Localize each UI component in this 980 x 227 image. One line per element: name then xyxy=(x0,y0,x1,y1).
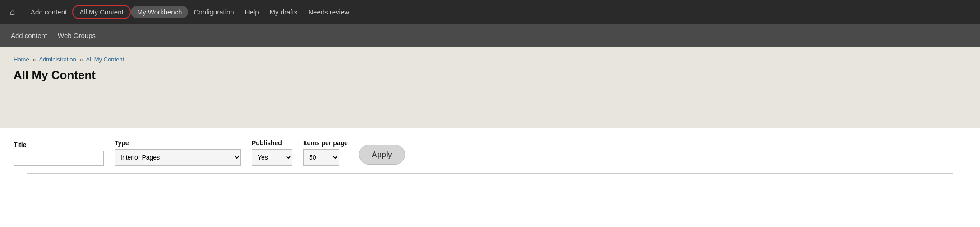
top-navigation: ⌂ Add content All My Content My Workbenc… xyxy=(0,0,980,24)
title-filter-group: Title xyxy=(14,141,104,166)
secondary-navigation: Add content Web Groups xyxy=(0,24,980,47)
published-filter-group: Published Yes No - Any - xyxy=(252,139,292,166)
content-header: Home » Administration » All My Content A… xyxy=(0,47,980,128)
published-filter-label: Published xyxy=(252,139,292,147)
breadcrumb-sep-1: » xyxy=(32,56,36,63)
breadcrumb-current: All My Content xyxy=(86,56,125,63)
apply-button[interactable]: Apply xyxy=(359,145,405,165)
nav-all-my-content[interactable]: All My Content xyxy=(72,5,131,19)
type-filter-label: Type xyxy=(115,139,241,147)
nav-my-drafts[interactable]: My drafts xyxy=(264,5,303,19)
breadcrumb: Home » Administration » All My Content xyxy=(14,56,966,63)
nav-my-workbench[interactable]: My Workbench xyxy=(131,6,189,18)
breadcrumb-home[interactable]: Home xyxy=(14,56,29,63)
items-per-page-select[interactable]: 10 25 50 100 xyxy=(303,149,339,166)
published-filter-select[interactable]: Yes No - Any - xyxy=(252,149,292,166)
title-filter-input[interactable] xyxy=(14,151,104,166)
filters-row: Title Type Interior Pages - Any - Basic … xyxy=(14,139,966,166)
nav-help[interactable]: Help xyxy=(240,5,264,19)
breadcrumb-administration[interactable]: Administration xyxy=(39,56,76,63)
nav-add-content[interactable]: Add content xyxy=(25,5,72,19)
type-filter-select[interactable]: Interior Pages - Any - Basic Page Blog P… xyxy=(115,149,241,166)
secondary-nav-web-groups[interactable]: Web Groups xyxy=(52,29,101,42)
nav-needs-review[interactable]: Needs review xyxy=(303,5,355,19)
secondary-nav-add-content[interactable]: Add content xyxy=(5,29,52,42)
type-filter-group: Type Interior Pages - Any - Basic Page B… xyxy=(115,139,241,166)
title-filter-label: Title xyxy=(14,141,104,148)
breadcrumb-sep-2: » xyxy=(79,56,83,63)
page-title: All My Content xyxy=(14,68,966,82)
filters-divider xyxy=(27,173,953,174)
nav-configuration[interactable]: Configuration xyxy=(188,5,239,19)
items-per-page-group: Items per page 10 25 50 100 xyxy=(303,139,348,166)
home-icon[interactable]: ⌂ xyxy=(5,4,21,20)
items-per-page-label: Items per page xyxy=(303,139,348,147)
filters-section: Title Type Interior Pages - Any - Basic … xyxy=(0,128,980,183)
